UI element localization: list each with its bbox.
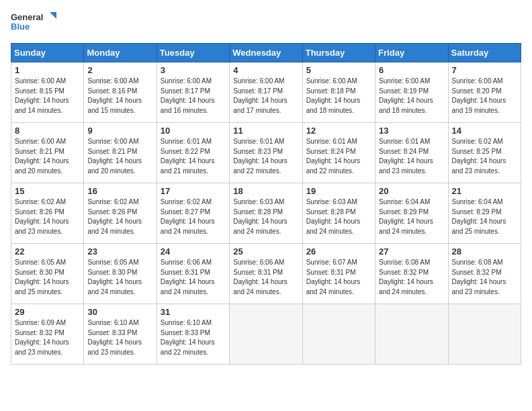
calendar-cell: 27Sunrise: 6:08 AM Sunset: 8:32 PM Dayli… bbox=[375, 244, 448, 304]
day-info: Sunrise: 6:06 AM Sunset: 8:31 PM Dayligh… bbox=[233, 258, 298, 297]
day-info: Sunrise: 6:04 AM Sunset: 8:29 PM Dayligh… bbox=[379, 197, 444, 236]
day-number: 28 bbox=[452, 246, 517, 257]
day-info: Sunrise: 6:05 AM Sunset: 8:30 PM Dayligh… bbox=[87, 258, 152, 297]
day-info: Sunrise: 6:02 AM Sunset: 8:26 PM Dayligh… bbox=[87, 197, 152, 236]
day-info: Sunrise: 6:07 AM Sunset: 8:31 PM Dayligh… bbox=[306, 258, 371, 297]
calendar-week-2: 8Sunrise: 6:00 AM Sunset: 8:21 PM Daylig… bbox=[11, 123, 521, 183]
day-number: 8 bbox=[15, 126, 80, 136]
calendar-cell: 25Sunrise: 6:06 AM Sunset: 8:31 PM Dayli… bbox=[230, 244, 302, 304]
day-info: Sunrise: 6:08 AM Sunset: 8:32 PM Dayligh… bbox=[379, 258, 444, 297]
day-info: Sunrise: 6:05 AM Sunset: 8:30 PM Dayligh… bbox=[15, 258, 80, 297]
calendar-cell: 16Sunrise: 6:02 AM Sunset: 8:26 PM Dayli… bbox=[84, 183, 157, 244]
calendar-cell bbox=[448, 304, 521, 365]
calendar-cell: 14Sunrise: 6:02 AM Sunset: 8:25 PM Dayli… bbox=[448, 123, 521, 183]
day-number: 11 bbox=[233, 126, 298, 136]
calendar-week-4: 22Sunrise: 6:05 AM Sunset: 8:30 PM Dayli… bbox=[11, 244, 521, 304]
day-info: Sunrise: 6:02 AM Sunset: 8:26 PM Dayligh… bbox=[15, 197, 80, 236]
day-number: 10 bbox=[161, 126, 226, 136]
calendar-cell: 5Sunrise: 6:00 AM Sunset: 8:18 PM Daylig… bbox=[302, 62, 375, 123]
day-number: 24 bbox=[161, 246, 226, 257]
calendar-header-monday: Monday bbox=[84, 44, 157, 62]
calendar-body: 1Sunrise: 6:00 AM Sunset: 8:15 PM Daylig… bbox=[11, 62, 521, 365]
day-info: Sunrise: 6:06 AM Sunset: 8:31 PM Dayligh… bbox=[161, 258, 226, 297]
page-header: General Blue bbox=[11, 11, 521, 35]
day-info: Sunrise: 6:01 AM Sunset: 8:24 PM Dayligh… bbox=[379, 137, 444, 176]
svg-text:General: General bbox=[11, 12, 43, 22]
day-info: Sunrise: 6:00 AM Sunset: 8:17 PM Dayligh… bbox=[161, 77, 226, 116]
day-number: 14 bbox=[452, 126, 517, 136]
day-info: Sunrise: 6:00 AM Sunset: 8:18 PM Dayligh… bbox=[306, 77, 371, 116]
day-number: 21 bbox=[452, 186, 517, 196]
day-number: 26 bbox=[306, 246, 371, 257]
day-number: 4 bbox=[233, 65, 298, 75]
calendar-cell: 12Sunrise: 6:01 AM Sunset: 8:24 PM Dayli… bbox=[302, 123, 375, 183]
calendar-cell: 9Sunrise: 6:00 AM Sunset: 8:21 PM Daylig… bbox=[84, 123, 157, 183]
day-info: Sunrise: 6:00 AM Sunset: 8:20 PM Dayligh… bbox=[452, 77, 517, 116]
day-info: Sunrise: 6:10 AM Sunset: 8:33 PM Dayligh… bbox=[161, 318, 226, 357]
calendar-cell bbox=[230, 304, 302, 365]
day-number: 5 bbox=[306, 65, 371, 75]
logo-svg: General Blue bbox=[11, 11, 58, 35]
calendar-cell: 30Sunrise: 6:10 AM Sunset: 8:33 PM Dayli… bbox=[84, 304, 157, 365]
day-info: Sunrise: 6:08 AM Sunset: 8:32 PM Dayligh… bbox=[452, 258, 517, 297]
calendar-cell: 23Sunrise: 6:05 AM Sunset: 8:30 PM Dayli… bbox=[84, 244, 157, 304]
day-number: 9 bbox=[87, 126, 152, 136]
day-number: 29 bbox=[15, 307, 80, 317]
day-info: Sunrise: 6:02 AM Sunset: 8:25 PM Dayligh… bbox=[452, 137, 517, 176]
day-number: 3 bbox=[161, 65, 226, 75]
day-info: Sunrise: 6:00 AM Sunset: 8:21 PM Dayligh… bbox=[87, 137, 152, 176]
calendar-cell: 26Sunrise: 6:07 AM Sunset: 8:31 PM Dayli… bbox=[302, 244, 375, 304]
calendar-cell: 20Sunrise: 6:04 AM Sunset: 8:29 PM Dayli… bbox=[375, 183, 448, 244]
calendar-cell: 11Sunrise: 6:01 AM Sunset: 8:23 PM Dayli… bbox=[230, 123, 302, 183]
day-number: 15 bbox=[15, 186, 80, 196]
calendar-table: SundayMondayTuesdayWednesdayThursdayFrid… bbox=[11, 43, 521, 365]
calendar-week-3: 15Sunrise: 6:02 AM Sunset: 8:26 PM Dayli… bbox=[11, 183, 521, 244]
day-info: Sunrise: 6:00 AM Sunset: 8:16 PM Dayligh… bbox=[87, 77, 152, 116]
calendar-cell: 18Sunrise: 6:03 AM Sunset: 8:28 PM Dayli… bbox=[230, 183, 302, 244]
calendar-cell bbox=[302, 304, 375, 365]
day-number: 12 bbox=[306, 126, 371, 136]
calendar-cell: 17Sunrise: 6:02 AM Sunset: 8:27 PM Dayli… bbox=[157, 183, 229, 244]
calendar-cell: 4Sunrise: 6:00 AM Sunset: 8:17 PM Daylig… bbox=[230, 62, 302, 123]
day-number: 30 bbox=[87, 307, 152, 317]
calendar-cell: 15Sunrise: 6:02 AM Sunset: 8:26 PM Dayli… bbox=[11, 183, 84, 244]
calendar-header-row: SundayMondayTuesdayWednesdayThursdayFrid… bbox=[11, 44, 521, 62]
calendar-cell: 1Sunrise: 6:00 AM Sunset: 8:15 PM Daylig… bbox=[11, 62, 84, 123]
calendar-cell: 6Sunrise: 6:00 AM Sunset: 8:19 PM Daylig… bbox=[375, 62, 448, 123]
calendar-header-tuesday: Tuesday bbox=[157, 44, 229, 62]
calendar-week-1: 1Sunrise: 6:00 AM Sunset: 8:15 PM Daylig… bbox=[11, 62, 521, 123]
svg-marker-2 bbox=[50, 12, 56, 19]
day-number: 6 bbox=[379, 65, 444, 75]
day-number: 2 bbox=[87, 65, 152, 75]
day-info: Sunrise: 6:00 AM Sunset: 8:21 PM Dayligh… bbox=[15, 137, 80, 176]
calendar-cell: 3Sunrise: 6:00 AM Sunset: 8:17 PM Daylig… bbox=[157, 62, 229, 123]
day-number: 23 bbox=[87, 246, 152, 257]
day-info: Sunrise: 6:02 AM Sunset: 8:27 PM Dayligh… bbox=[161, 197, 226, 236]
day-number: 7 bbox=[452, 65, 517, 75]
day-info: Sunrise: 6:03 AM Sunset: 8:28 PM Dayligh… bbox=[306, 197, 371, 236]
logo: General Blue bbox=[11, 11, 58, 35]
calendar-cell bbox=[375, 304, 448, 365]
calendar-cell: 7Sunrise: 6:00 AM Sunset: 8:20 PM Daylig… bbox=[448, 62, 521, 123]
svg-text:Blue: Blue bbox=[11, 21, 30, 32]
day-info: Sunrise: 6:09 AM Sunset: 8:32 PM Dayligh… bbox=[15, 318, 80, 357]
day-number: 1 bbox=[15, 65, 80, 75]
day-info: Sunrise: 6:00 AM Sunset: 8:15 PM Dayligh… bbox=[15, 77, 80, 116]
calendar-cell: 2Sunrise: 6:00 AM Sunset: 8:16 PM Daylig… bbox=[84, 62, 157, 123]
calendar-cell: 22Sunrise: 6:05 AM Sunset: 8:30 PM Dayli… bbox=[11, 244, 84, 304]
day-info: Sunrise: 6:00 AM Sunset: 8:19 PM Dayligh… bbox=[379, 77, 444, 116]
day-number: 25 bbox=[233, 246, 298, 257]
calendar-week-5: 29Sunrise: 6:09 AM Sunset: 8:32 PM Dayli… bbox=[11, 304, 521, 365]
day-number: 13 bbox=[379, 126, 444, 136]
calendar-header-sunday: Sunday bbox=[11, 44, 84, 62]
calendar-cell: 8Sunrise: 6:00 AM Sunset: 8:21 PM Daylig… bbox=[11, 123, 84, 183]
day-info: Sunrise: 6:04 AM Sunset: 8:29 PM Dayligh… bbox=[452, 197, 517, 236]
calendar-cell: 29Sunrise: 6:09 AM Sunset: 8:32 PM Dayli… bbox=[11, 304, 84, 365]
calendar-header-friday: Friday bbox=[375, 44, 448, 62]
day-info: Sunrise: 6:01 AM Sunset: 8:22 PM Dayligh… bbox=[161, 137, 226, 176]
day-number: 20 bbox=[379, 186, 444, 196]
day-number: 18 bbox=[233, 186, 298, 196]
calendar-cell: 21Sunrise: 6:04 AM Sunset: 8:29 PM Dayli… bbox=[448, 183, 521, 244]
calendar-cell: 31Sunrise: 6:10 AM Sunset: 8:33 PM Dayli… bbox=[157, 304, 229, 365]
day-number: 19 bbox=[306, 186, 371, 196]
